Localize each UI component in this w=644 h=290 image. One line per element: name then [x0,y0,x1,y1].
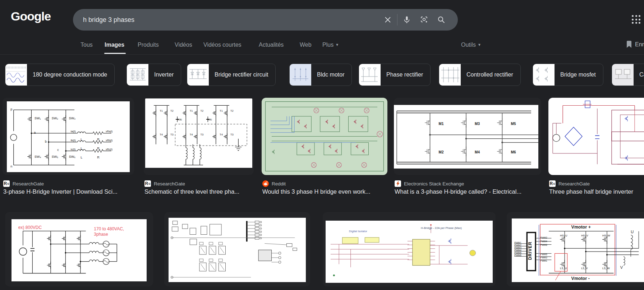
image-text: 3phase [94,232,108,236]
result-source[interactable]: Reddit [262,180,286,187]
result-title[interactable]: Would this 3 phase H bridge even work... [262,188,387,195]
result-image-8[interactable]: Digital IsolatorH-Bridge - 22A per Phase… [323,212,496,286]
circuit-graphic [7,101,130,172]
image-text: LS_W [602,267,610,270]
result-title[interactable]: Schematic of three level three pha... [144,188,254,195]
chip-thumbnail [359,64,381,86]
chip-ca[interactable]: Ca [612,64,644,86]
chip-thumbnail [187,64,209,86]
image-text: LS_U [560,267,567,270]
search-input[interactable]: h bridge 3 phases [83,16,379,24]
chip-phase-rectifier[interactable]: Phase rectifier [359,64,431,86]
chip-thumbnail [439,64,461,86]
result-image-4[interactable]: M1M3M5M2M4M6 [394,98,541,175]
image-text: SW₆ [69,155,75,158]
tab-produits[interactable]: Produits [138,42,159,48]
result-image-6[interactable]: ex) 800VDC170 to 480VAC,3phase [5,212,153,286]
chip-inverter[interactable]: Inverter [126,64,181,86]
google-logo[interactable]: Google [11,9,51,23]
image-text: T2 [230,110,234,112]
image-text: T4 [220,133,223,136]
result-title[interactable]: Three phase half bridge inverter [549,188,644,195]
thumbnail-graphic [439,64,461,86]
image-text: R [97,156,100,159]
image-text: ex) 800VDC [18,225,42,230]
image-text: T2 [170,110,174,112]
image-text: T3 [170,133,174,136]
image-text: n [10,165,12,168]
result-source[interactable]: Electronics Stack Exchange [395,180,464,187]
image-text: SW₄ [34,155,41,158]
thumbnail-graphic [359,64,381,86]
result-title[interactable]: 3-phase H-Bridge Inverter | Download Sci… [3,188,133,195]
image-text: vRc(t) [106,148,112,151]
image-text: V [620,266,623,270]
chip-thumbnail [612,64,634,86]
image-text: HS_V [581,234,588,237]
chevron-down-icon: ▼ [335,43,339,47]
image-text: Vdc [207,118,212,121]
result-image-3[interactable] [262,98,387,175]
clear-icon[interactable] [379,11,396,28]
image-text: 170 to 480VAC, [94,227,124,231]
result-title[interactable]: What is a 3-phase H-bridge called? - Ele… [395,188,540,195]
image-text: Vdc [177,118,182,121]
tab-plus[interactable]: Plus▼ [322,42,339,48]
active-tab-underline [104,53,126,54]
tab-videos[interactable]: Vidéos [175,42,192,48]
thumbnail-graphic [533,64,555,86]
image-text: R [97,138,100,141]
nav-divider [0,54,644,55]
tools-button[interactable]: Outils▼ [461,42,481,48]
image-text: T3 [200,133,203,136]
image-text: L [80,147,82,150]
result-source[interactable]: RG ResearchGate [549,180,590,187]
chip-bridge-mosfet[interactable]: Bridge mosfet [533,64,603,86]
chip-bridge-rectifier-circuit[interactable]: Bridge rectifier circuit [187,64,276,86]
image-text: SW₅ [52,155,58,158]
image-text: PWM4 [540,240,547,243]
circuit-graphic [169,218,306,282]
image-text: vRb(t) [106,139,112,142]
image-text: LS_V [581,267,588,270]
researchgate-icon: RG [549,180,556,187]
result-image-7[interactable] [164,212,310,286]
result-image-2[interactable]: T1T2T1T2T1T2VdcVdcT4T3T4T3T4T3 [144,98,254,175]
researchgate-icon: RG [144,180,151,187]
chip-thumbnail [533,64,555,86]
image-text: b [45,140,47,143]
image-text: M4 [475,151,480,154]
apps-grid-icon[interactable] [632,15,641,24]
chip-thumbnail [5,64,27,86]
tab-actualites[interactable]: Actualités [259,42,284,48]
camera-lens-icon[interactable] [415,11,433,28]
bookmark-icon [626,41,632,48]
save-button[interactable]: Enr [626,41,644,48]
tab-videos-courtes[interactable]: Vidéos courtes [203,42,242,48]
stackexchange-icon [395,180,401,187]
chip-bldc-motor[interactable]: Bldc motor [289,64,352,86]
chip-180-degree-conduction-mode[interactable]: 180 degree conduction mode [5,64,115,86]
image-text: c [57,148,59,152]
image-text: H-Bridge - 22A per Phase (Max) [421,227,462,230]
search-icon[interactable] [433,11,450,28]
image-text: ib(t) [71,139,76,142]
chip-controlled-rectifier[interactable]: Controlled rectifier [439,64,521,86]
tab-web[interactable]: Web [300,42,312,48]
result-source[interactable]: RG ResearchGate [144,180,185,187]
result-source[interactable]: RG ResearchGate [3,180,44,187]
chip-thumbnail [290,64,311,86]
image-text: SW₁ [34,117,41,120]
tab-tous[interactable]: Tous [80,42,93,48]
image-text: L [80,138,82,141]
result-image-5[interactable] [548,98,644,175]
result-image-9[interactable]: Vmotor +Vmotor -DRIVERPWM1PWM2PWM3PWM4PW… [507,212,644,286]
mic-icon[interactable] [398,11,415,28]
image-text: PWM5 [540,253,547,256]
tab-images[interactable]: Images [105,42,124,48]
search-bar[interactable]: h bridge 3 phases [73,9,458,31]
result-image-1[interactable]: pSW₁SW₂SW₃abcia(t)ib(t)ic(t)LLLRRRvRa(t)… [3,98,134,175]
researchgate-icon: RG [3,180,10,187]
image-text: T3 [230,133,234,136]
image-text: PWM1 [540,260,547,262]
